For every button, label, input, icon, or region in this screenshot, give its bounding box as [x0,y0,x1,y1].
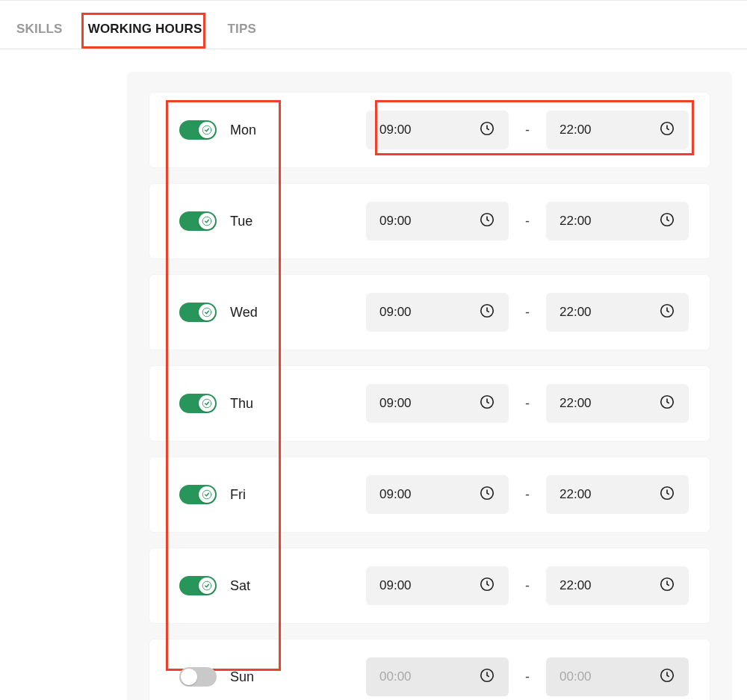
end-time-input[interactable]: 22:00 [546,475,689,514]
start-time-input[interactable]: 00:00 [366,657,509,696]
tab-working-hours[interactable]: WORKING HOURS [88,22,202,49]
tab-tips[interactable]: TIPS [227,22,256,49]
start-time-input[interactable]: 09:00 [366,293,509,332]
day-row: Sun00:00-00:00 [149,639,710,700]
time-separator: - [521,578,534,594]
day-label: Wed [230,305,258,320]
time-range: 09:00-22:00 [366,202,689,241]
check-icon [199,304,215,320]
day-label: Thu [230,396,253,412]
day-block: Sun [179,667,366,687]
day-row: Thu09:00-22:00 [149,366,710,441]
start-time-value: 09:00 [379,578,412,593]
time-range: 09:00-22:00 [366,384,689,423]
working-hours-panel: Mon09:00-22:00Tue09:00-22:00Wed09:00-22:… [127,72,732,700]
clock-icon [479,576,495,595]
day-block: Tue [179,211,366,231]
clock-icon [659,120,675,140]
end-time-value: 22:00 [560,578,592,593]
clock-icon [479,485,495,504]
time-separator: - [521,487,534,503]
time-separator: - [521,305,534,320]
end-time-input[interactable]: 22:00 [546,293,689,332]
start-time-value: 09:00 [379,396,412,411]
end-time-value: 22:00 [560,396,592,411]
day-row: Mon09:00-22:00 [149,93,710,167]
clock-icon [479,667,495,687]
start-time-value: 09:00 [379,305,412,320]
day-block: Thu [179,394,366,413]
check-icon [199,122,215,138]
start-time-value: 09:00 [379,123,412,137]
day-row: Sat09:00-22:00 [149,548,710,623]
tabs: SKILLS WORKING HOURS TIPS [0,0,747,49]
clock-icon [659,394,675,413]
end-time-value: 00:00 [560,669,592,684]
day-label: Sat [230,578,250,594]
time-separator: - [521,396,534,412]
start-time-input[interactable]: 09:00 [366,202,509,241]
end-time-input[interactable]: 22:00 [546,111,689,149]
toggle-knob [181,669,197,685]
clock-icon [659,211,675,231]
tab-skills[interactable]: SKILLS [16,22,63,49]
end-time-value: 22:00 [560,305,592,320]
clock-icon [479,303,495,322]
time-separator: - [521,123,534,138]
check-icon [199,395,215,412]
end-time-input[interactable]: 00:00 [546,657,689,696]
start-time-input[interactable]: 09:00 [366,475,509,514]
end-time-input[interactable]: 22:00 [546,202,689,241]
time-range: 09:00-22:00 [366,566,689,605]
end-time-value: 22:00 [560,487,592,502]
day-row: Wed09:00-22:00 [149,275,710,350]
time-range: 09:00-22:00 [366,293,689,332]
day-block: Sat [179,576,366,595]
end-time-value: 22:00 [560,214,592,229]
clock-icon [479,394,495,413]
start-time-value: 00:00 [379,669,412,684]
day-toggle[interactable] [179,667,217,687]
start-time-input[interactable]: 09:00 [366,111,509,149]
day-label: Fri [230,487,246,503]
time-range: 09:00-22:00 [366,475,689,514]
end-time-input[interactable]: 22:00 [546,566,689,605]
day-toggle[interactable] [179,120,217,140]
end-time-input[interactable]: 22:00 [546,384,689,423]
day-toggle[interactable] [179,211,217,231]
start-time-input[interactable]: 09:00 [366,384,509,423]
clock-icon [659,303,675,322]
day-label: Tue [230,214,252,229]
day-row: Tue09:00-22:00 [149,184,710,258]
time-separator: - [521,669,534,685]
clock-icon [659,667,675,687]
clock-icon [479,211,495,231]
start-time-value: 09:00 [379,214,412,229]
day-toggle[interactable] [179,303,217,322]
check-icon [199,486,215,503]
clock-icon [659,576,675,595]
time-separator: - [521,214,534,229]
day-block: Mon [179,120,366,140]
day-toggle[interactable] [179,394,217,413]
day-label: Mon [230,123,256,138]
clock-icon [479,120,495,140]
time-range: 09:00-22:00 [366,111,689,149]
time-range: 00:00-00:00 [366,657,689,696]
start-time-input[interactable]: 09:00 [366,566,509,605]
day-toggle[interactable] [179,485,217,504]
end-time-value: 22:00 [560,123,592,137]
day-label: Sun [230,669,254,685]
day-toggle[interactable] [179,576,217,595]
clock-icon [659,485,675,504]
check-icon [199,577,215,594]
day-row: Fri09:00-22:00 [149,457,710,532]
start-time-value: 09:00 [379,487,412,502]
day-block: Fri [179,485,366,504]
day-block: Wed [179,303,366,322]
check-icon [199,213,215,229]
